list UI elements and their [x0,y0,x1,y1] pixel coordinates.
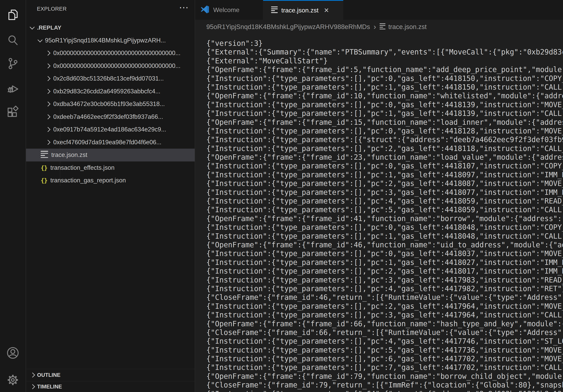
code-line: {"External":{"Summary":{"name":"PTBSumma… [206,48,563,56]
code-line: {"CloseFrame":{"frame_id":46,"return_":[… [206,293,563,302]
code-line: {"Instruction":{"type_parameters":[{"str… [206,135,563,144]
extensions-icon[interactable] [7,105,19,118]
tree-item[interactable]: .REPLAY [26,21,195,34]
tab-trace-json-zst[interactable]: trace.json.zst × [263,0,343,20]
code-line: {"Instruction":{"type_parameters":[],"pc… [206,337,563,346]
tree-item[interactable]: {}transaction_effects.json [26,161,195,174]
timeline-label: TIMELINE [37,384,62,390]
tree-item[interactable]: trace.json.zst [26,149,195,161]
code-line: {"Instruction":{"type_parameters":[],"pc… [206,197,563,206]
code-line: {"Instruction":{"type_parameters":[],"pc… [206,206,563,214]
close-icon[interactable]: × [324,6,329,14]
tree-item[interactable]: 0xdba34672e30cb065b1f93e3ab55318... [26,98,195,111]
code-line: {"Instruction":{"type_parameters":[],"pc… [206,162,563,170]
chevron-down-icon [38,37,42,42]
sidebar-title: EXPLORER [37,6,67,12]
chevron-right-icon [45,114,50,119]
tree-item-label: 0xb29d83c26cdd2a64959263abbcfc4... [53,88,160,95]
breadcrumb-folder[interactable]: 95oR1YipjSnqd18K4BMshkLgPijypwzARHV988eR… [206,23,370,31]
tree-item[interactable]: 0x2c8d603bc51326b8c13cef9dd07031... [26,72,195,85]
code-line: {"Instruction":{"type_parameters":[],"pc… [206,109,563,118]
code-line: {"Instruction":{"type_parameters":[],"pc… [206,179,563,188]
source-control-icon[interactable] [7,57,19,70]
code-line: {"Instruction":{"type_parameters":[],"pc… [206,363,563,372]
code-line: {"OpenFrame":{"frame":{"frame_id":46,"fu… [206,241,563,249]
chevron-right-icon [45,127,50,132]
code-line: {"OpenFrame":{"frame":{"frame_id":15,"fu… [206,118,563,127]
tree-item-label: 0x0000000000000000000000000000000000... [53,50,180,57]
code-line: {"Instruction":{"type_parameters":[],"pc… [206,144,563,153]
tree-item-label: 95oR1YipjSnqd18K4BMshkLgPijypwzARH... [45,37,166,44]
tree-item-label: 0xe0917b74a5912e4ad186ac634e29c9... [53,126,166,133]
chevron-right-icon [45,140,50,145]
code-line: {"OpenFrame":{"frame":{"frame_id":23,"fu… [206,153,563,162]
settings-gear-icon[interactable] [7,374,19,386]
explorer-sidebar: EXPLORER ⋯ .REPLAY95oR1YipjSnqd18K4BMshk… [26,0,195,392]
code-line: {"OpenFrame":{"frame":{"frame_id":10,"fu… [206,91,563,100]
chevron-right-icon [45,102,50,107]
editor-content[interactable]: {"version":3}{"External":{"Summary":{"na… [195,34,563,392]
code-line: {"Instruction":{"type_parameters":[],"pc… [206,232,563,241]
json-file-icon: {} [41,164,47,171]
run-and-debug-icon[interactable] [7,81,19,94]
code-line: {"OpenFrame":{"frame":{"frame_id":66,"fu… [206,320,563,328]
tab-label: Welcome [213,6,240,14]
code-line: {"Instruction":{"type_parameters":[],"pc… [206,223,563,232]
tree-item-label: 0xecf47609d7da919ea98e7fd04f6e06... [53,139,161,146]
breadcrumb: 95oR1YipjSnqd18K4BMshkLgPijypwzARHV988eR… [195,20,563,34]
file-list-icon [41,151,48,159]
code-line: {"Instruction":{"type_parameters":[],"pc… [206,249,563,258]
tab-welcome[interactable]: Welcome [195,0,263,20]
code-line: {"Instruction":{"type_parameters":[],"pc… [206,354,563,363]
breadcrumb-separator-icon: › [374,23,376,31]
code-line: {"Instruction":{"type_parameters":[],"pc… [206,127,563,135]
tree-item-label: transaction_effects.json [50,164,115,171]
tree-item-label: .REPLAY [37,25,61,31]
tree-item[interactable]: 0x0000000000000000000000000000000000... [26,60,195,72]
tree-item[interactable]: 0x0000000000000000000000000000000000... [26,47,195,60]
code-line: {"Instruction":{"type_parameters":[],"pc… [206,83,563,91]
file-tree: .REPLAY95oR1YipjSnqd18K4BMshkLgPijypwzAR… [26,21,195,187]
tree-item[interactable]: 0xdeeb7a4662eec9f2f3def03fb937a66... [26,111,195,123]
timeline-section-header[interactable]: TIMELINE [26,381,195,392]
more-actions-icon[interactable]: ⋯ [179,1,188,13]
activity-bar [0,0,26,392]
code-line: {"CloseFrame":{"frame_id":79,"return_":[… [206,381,563,390]
code-line: {"Instruction":{"type_parameters":[],"pc… [206,346,563,354]
chevron-right-icon [30,372,35,377]
tree-item[interactable]: 0xecf47609d7da919ea98e7fd04f6e06... [26,136,195,149]
chevron-right-icon [45,51,50,56]
chevron-right-icon [45,63,50,68]
code-line: {"Instruction":{"type_parameters":[],"pc… [206,170,563,179]
accounts-icon[interactable] [7,347,19,359]
tree-item[interactable]: 95oR1YipjSnqd18K4BMshkLgPijypwzARH... [26,34,195,47]
code-line: {"version":3} [206,39,563,48]
tree-item[interactable]: 0xe0917b74a5912e4ad186ac634e29c9... [26,123,195,136]
code-line: {"Instruction":{"type_parameters":[],"pc… [206,302,563,311]
code-line: {"Instruction":{"type_parameters":[],"pc… [206,188,563,197]
outline-section-header[interactable]: OUTLINE [26,369,195,381]
explorer-icon[interactable] [7,9,19,21]
search-icon[interactable] [7,34,19,47]
code-line: {"Instruction":{"type_parameters":[],"pc… [206,276,563,284]
code-line: {"OpenFrame":{"frame":{"frame_id":5,"fun… [206,65,563,74]
code-line: {"OpenFrame":{"frame":{"frame_id":79,"fu… [206,372,563,381]
editor-group: Welcome trace.json.zst × 95oR1YipjSnqd18… [195,0,563,392]
code-line: {"OpenFrame":{"frame":{"frame_id":41,"fu… [206,214,563,223]
chevron-right-icon [30,384,35,389]
chevron-down-icon [30,25,35,30]
tree-item-label: transaction_gas_report.json [50,177,126,184]
code-line: {"External":"MoveCallStart"} [206,57,563,65]
vscode-window: EXPLORER ⋯ .REPLAY95oR1YipjSnqd18K4BMshk… [0,0,563,392]
tab-bar: Welcome trace.json.zst × [195,0,563,20]
chevron-right-icon [45,76,50,81]
code-line: {"Instruction":{"type_parameters":["u64"… [206,390,563,392]
code-line: {"Instruction":{"type_parameters":[],"pc… [206,101,563,109]
tree-item[interactable]: 0xb29d83c26cdd2a64959263abbcfc4... [26,85,195,98]
breadcrumb-file[interactable]: trace.json.zst [388,23,426,31]
outline-label: OUTLINE [37,372,61,378]
tree-item-label: trace.json.zst [51,151,87,158]
tree-item-label: 0x0000000000000000000000000000000000... [53,62,180,69]
tree-item[interactable]: {}transaction_gas_report.json [26,174,195,187]
file-list-icon [380,23,385,30]
